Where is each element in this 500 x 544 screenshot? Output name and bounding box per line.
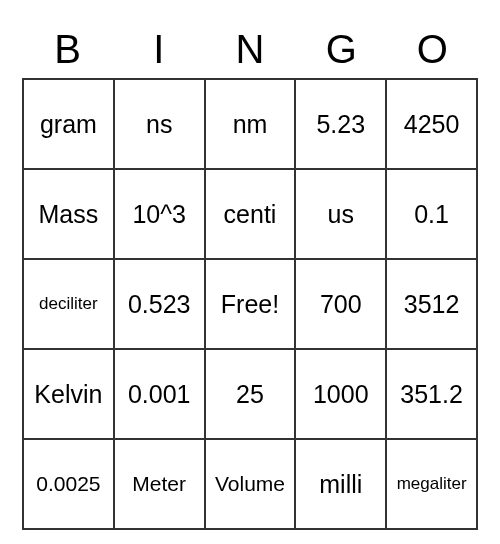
bingo-cell[interactable]: 1000 (295, 349, 386, 439)
bingo-cell[interactable]: 0.523 (114, 259, 205, 349)
bingo-cell[interactable]: 0.0025 (23, 439, 114, 529)
bingo-cell[interactable]: 351.2 (386, 349, 477, 439)
bingo-cell[interactable]: 5.23 (295, 79, 386, 169)
bingo-cell[interactable]: ns (114, 79, 205, 169)
bingo-cell[interactable]: centi (205, 169, 296, 259)
bingo-cell[interactable]: Meter (114, 439, 205, 529)
bingo-card: B I N G O gramnsnm5.234250Mass10^3centiu… (22, 20, 478, 530)
bingo-cell[interactable]: 3512 (386, 259, 477, 349)
header-i: I (113, 20, 204, 78)
header-g: G (296, 20, 387, 78)
bingo-cell[interactable]: nm (205, 79, 296, 169)
bingo-cell[interactable]: deciliter (23, 259, 114, 349)
bingo-cell[interactable]: Free! (205, 259, 296, 349)
bingo-cell[interactable]: Mass (23, 169, 114, 259)
bingo-cell[interactable]: 700 (295, 259, 386, 349)
bingo-cell[interactable]: Kelvin (23, 349, 114, 439)
bingo-header-row: B I N G O (22, 20, 478, 78)
bingo-cell[interactable]: 25 (205, 349, 296, 439)
bingo-grid: gramnsnm5.234250Mass10^3centius0.1decili… (22, 78, 478, 530)
header-o: O (387, 20, 478, 78)
bingo-cell[interactable]: 4250 (386, 79, 477, 169)
bingo-cell[interactable]: us (295, 169, 386, 259)
bingo-cell[interactable]: megaliter (386, 439, 477, 529)
bingo-cell[interactable]: 10^3 (114, 169, 205, 259)
bingo-cell[interactable]: gram (23, 79, 114, 169)
bingo-cell[interactable]: Volume (205, 439, 296, 529)
bingo-cell[interactable]: 0.1 (386, 169, 477, 259)
bingo-cell[interactable]: milli (295, 439, 386, 529)
header-n: N (204, 20, 295, 78)
header-b: B (22, 20, 113, 78)
bingo-cell[interactable]: 0.001 (114, 349, 205, 439)
